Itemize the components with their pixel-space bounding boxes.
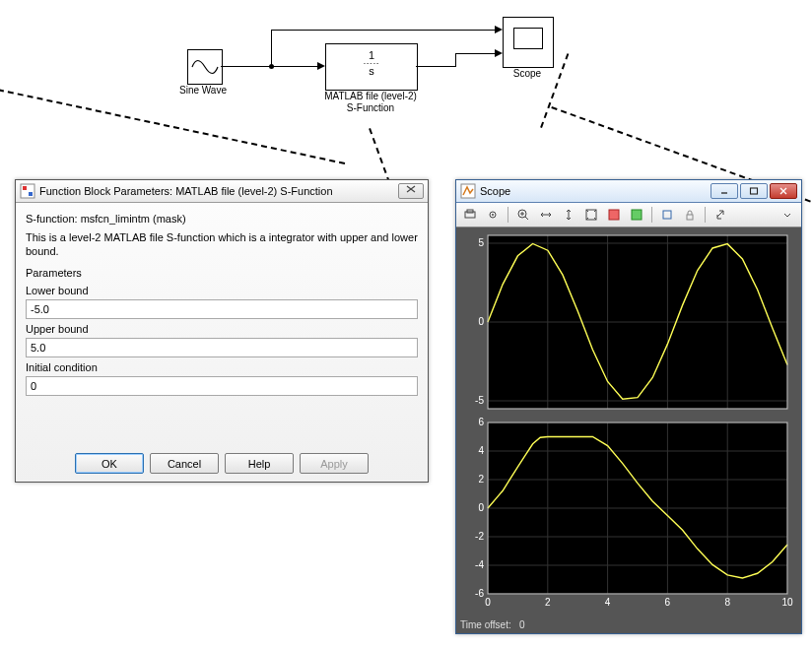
- scope-window-title: Scope: [480, 185, 709, 197]
- input-lower-bound[interactable]: [26, 299, 418, 319]
- print-icon[interactable]: [460, 205, 480, 225]
- window-scope: Scope -505 -6-4-202460246810 Time offset…: [455, 179, 802, 634]
- block-sfunction-label1: MATLAB file (level-2): [315, 91, 426, 101]
- svg-text:4: 4: [478, 445, 484, 456]
- svg-text:5: 5: [478, 237, 484, 248]
- svg-text:0: 0: [478, 502, 484, 513]
- block-sfunction[interactable]: 1 ----- s: [325, 43, 418, 91]
- scope-axes-2[interactable]: -6-4-202460246810: [460, 415, 797, 612]
- dialog-description: This is a level-2 MATLAB file S-function…: [26, 230, 418, 259]
- svg-text:8: 8: [724, 597, 730, 608]
- maximize-button[interactable]: [740, 183, 768, 199]
- svg-rect-3: [461, 184, 475, 198]
- save-config-icon[interactable]: [604, 205, 624, 225]
- block-sfunction-label2: S-Function: [315, 102, 426, 113]
- svg-text:6: 6: [478, 417, 484, 427]
- svg-line-11: [525, 217, 528, 220]
- restore-config-icon[interactable]: [627, 205, 646, 225]
- cancel-button[interactable]: Cancel: [150, 453, 219, 474]
- block-scope-label: Scope: [503, 68, 552, 79]
- dialog-function-block-parameters: Function Block Parameters: MATLAB file (…: [15, 179, 429, 483]
- svg-text:4: 4: [605, 597, 611, 608]
- dialog-title: Function Block Parameters: MATLAB file (…: [39, 185, 398, 197]
- svg-text:2: 2: [545, 597, 551, 608]
- dialog-sfunction-name: S-function: msfcn_limintm (mask): [26, 213, 418, 225]
- svg-rect-16: [632, 210, 642, 220]
- minimize-button[interactable]: [710, 183, 738, 199]
- sync-icon[interactable]: [710, 205, 730, 225]
- block-sine-wave-label: Sine Wave: [173, 85, 233, 96]
- time-offset-label: Time offset:: [460, 619, 511, 630]
- ok-button[interactable]: OK: [75, 453, 144, 474]
- svg-text:0: 0: [485, 597, 491, 608]
- autoscale-icon[interactable]: [581, 205, 601, 225]
- dialog-close-button[interactable]: [398, 183, 424, 199]
- label-upper-bound: Upper bound: [26, 323, 418, 335]
- apply-button[interactable]: Apply: [300, 453, 369, 474]
- help-button[interactable]: Help: [225, 453, 294, 474]
- svg-text:-6: -6: [475, 588, 484, 599]
- scope-axes-1[interactable]: -505: [460, 227, 797, 415]
- label-lower-bound: Lower bound: [26, 285, 418, 296]
- svg-text:-2: -2: [475, 531, 484, 542]
- input-upper-bound[interactable]: [26, 338, 418, 357]
- zoom-in-icon[interactable]: [513, 205, 533, 225]
- svg-rect-18: [687, 215, 693, 220]
- sfunc-denominator: s: [326, 65, 417, 77]
- toolbar-dropdown-icon[interactable]: [778, 205, 797, 225]
- float-icon[interactable]: [657, 205, 677, 225]
- svg-text:0: 0: [478, 316, 484, 327]
- dialog-parameters-section-label: Parameters: [26, 267, 418, 279]
- block-scope[interactable]: [503, 17, 554, 68]
- svg-text:-4: -4: [475, 559, 484, 570]
- svg-text:6: 6: [665, 597, 671, 608]
- gear-icon[interactable]: [483, 205, 503, 225]
- svg-text:-5: -5: [475, 395, 484, 406]
- scope-toolbar: [456, 203, 801, 227]
- input-initial-condition[interactable]: [26, 376, 418, 396]
- svg-rect-15: [609, 210, 619, 220]
- time-offset-value: 0: [519, 619, 525, 630]
- matlab-icon: [460, 183, 476, 199]
- svg-text:10: 10: [781, 597, 793, 608]
- label-initial-condition: Initial condition: [26, 361, 418, 373]
- lock-icon[interactable]: [680, 205, 700, 225]
- signal-branch-node: [269, 64, 274, 69]
- svg-rect-1: [23, 186, 27, 190]
- close-button[interactable]: [770, 183, 797, 199]
- svg-rect-2: [29, 192, 33, 196]
- zoom-y-icon[interactable]: [559, 205, 578, 225]
- svg-rect-17: [663, 211, 671, 219]
- svg-text:2: 2: [478, 474, 484, 485]
- callout-line-sfunc-left: [0, 87, 345, 164]
- zoom-x-icon[interactable]: [536, 205, 556, 225]
- simulink-icon: [20, 183, 35, 199]
- block-sine-wave[interactable]: [187, 49, 223, 85]
- svg-point-9: [492, 214, 494, 216]
- svg-rect-5: [751, 188, 758, 194]
